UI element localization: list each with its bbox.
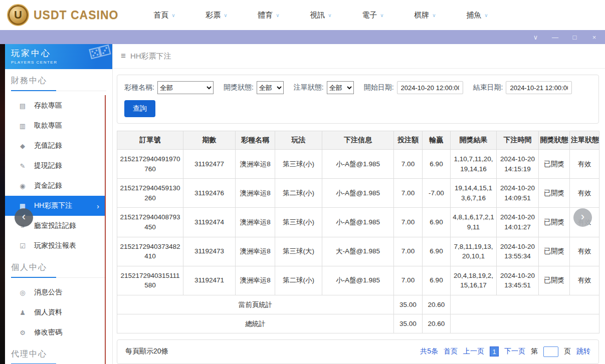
sidebar-item-label: 存款專區 <box>34 101 62 110</box>
start-date-input[interactable] <box>397 81 463 94</box>
col-order-no: 訂單號 <box>117 131 183 150</box>
col-bet-time: 下注時間 <box>497 131 539 150</box>
col-period: 期數 <box>183 131 236 150</box>
bets-table: 訂單號 期數 彩種名稱 玩法 下注信息 投注額 輸贏 開獎結果 下注時間 開獎狀… <box>117 131 599 333</box>
chevron-down-icon: ∨ <box>171 13 175 18</box>
maximize-icon[interactable]: □ <box>571 34 578 41</box>
sidebar-item-withdrawal-record[interactable]: ✎ 提現記錄 <box>5 156 105 176</box>
col-play: 玩法 <box>275 131 322 150</box>
lottery-name-label: 彩種名稱: <box>124 83 154 92</box>
sidebar-item-label: 充值記錄 <box>34 141 62 150</box>
menu-icon[interactable]: ≡ <box>121 51 126 61</box>
search-button[interactable]: 查詢 <box>124 100 155 117</box>
close-icon[interactable]: × <box>590 34 598 41</box>
end-date-label: 結束日期: <box>473 83 503 92</box>
sidebar-item-recharge-record[interactable]: ◆ 充值記錄 <box>5 136 105 156</box>
main-content: ≡ HH彩票下注 彩種名稱: 全部 開獎狀態: 全部 注單狀態: <box>113 44 605 364</box>
next-page-link[interactable]: 下一页 <box>504 347 525 356</box>
nav-item-lottery[interactable]: 彩票 ∨ <box>190 11 243 20</box>
chevron-down-icon: ∨ <box>224 13 227 18</box>
finance-menu: ▤ 存款專區 ▥ 取款專區 ◆ 充值記錄 ✎ 提現記錄 ◉ 資金記錄 <box>5 96 112 256</box>
lottery-name-select[interactable]: 全部 <box>157 81 214 94</box>
cell-bet-time: 2024-10-20 14:09:51 <box>497 179 539 208</box>
prev-page-link[interactable]: 上一页 <box>463 347 484 356</box>
chevron-down-icon: ∨ <box>380 13 383 18</box>
cell-draw-status: 已開獎 <box>539 237 570 266</box>
sidebar-item-announcements[interactable]: ◎ 消息公告 <box>5 282 105 302</box>
cell-draw-status: 已開獎 <box>539 208 570 237</box>
sidebar-item-label: 玩家投注報表 <box>34 241 76 250</box>
summary-amount: 35.00 <box>394 314 423 333</box>
sidebar-item-player-bet-report[interactable]: ☑ 玩家投注報表 <box>5 236 105 256</box>
section-finance-center: 財務中心 <box>11 76 106 91</box>
sidebar-scrollbar[interactable] <box>105 95 106 364</box>
logo[interactable]: U USDT CASINO <box>7 4 123 26</box>
end-date-input[interactable] <box>506 81 572 94</box>
cell-play: 第二球(小) <box>275 266 322 295</box>
nav-item-video[interactable]: 視訊 ∨ <box>295 11 347 20</box>
cell-bet-time: 2024-10-20 13:45:51 <box>497 266 539 295</box>
cell-bet-status: 有效 <box>570 179 599 208</box>
cell-draw-status: 已開獎 <box>539 179 570 208</box>
draw-status-select[interactable]: 全部 <box>257 81 284 94</box>
person-icon: ♟ <box>19 309 27 316</box>
col-draw-status: 開獎狀態 <box>539 131 570 150</box>
cell-result: 19,14,4,15,13,6,7,16 <box>451 179 497 208</box>
carousel-right-arrow[interactable]: › <box>573 208 592 227</box>
cell-bet-info: 小-A盤@1.985 <box>322 179 394 208</box>
carousel-left-arrow[interactable]: ‹ <box>15 208 33 227</box>
minimize-icon[interactable]: — <box>551 34 559 41</box>
section-title-label: 個人中心 <box>11 263 47 271</box>
draw-status-label: 開獎狀態: <box>224 83 254 92</box>
sidebar-item-change-password[interactable]: ⚙ 修改密碼 <box>5 322 105 342</box>
sidebar-item-profile[interactable]: ♟ 個人資料 <box>5 302 105 322</box>
goto-page-input[interactable] <box>543 346 558 357</box>
section-personal-center: 個人中心 <box>11 262 106 278</box>
nav-item-board-games[interactable]: 棋牌 ∨ <box>399 11 451 20</box>
cell-order-no: 2152172940373482410 <box>117 237 183 266</box>
cell-bet-time: 2024-10-20 14:01:27 <box>497 208 539 237</box>
col-bet-info: 下注信息 <box>322 131 394 150</box>
current-page-badge[interactable]: 1 <box>490 346 499 356</box>
pagination-controls: 共5条 首页 上一页 1 下一页 第 页 跳转 <box>420 346 590 357</box>
sidebar-item-funds-record[interactable]: ◉ 資金記錄 <box>5 176 105 196</box>
chevron-down-icon: ∨ <box>484 13 488 18</box>
cell-order-no: 2152172940459130260 <box>117 179 183 208</box>
sidebar-item-deposit-zone[interactable]: ▤ 存款專區 <box>5 96 105 116</box>
sidebar-item-label: 廳室投註記錄 <box>34 221 76 230</box>
first-page-link[interactable]: 首页 <box>444 347 458 356</box>
cell-result: 20,4,18,19,2,15,16,17 <box>451 266 497 295</box>
logo-badge-icon: U <box>7 4 29 26</box>
nav-item-electronic[interactable]: 電子 ∨ <box>347 11 399 20</box>
nav-item-sports[interactable]: 體育 ∨ <box>243 11 295 20</box>
bet-status-select[interactable]: 全部 <box>327 81 354 94</box>
cell-lottery: 澳洲幸运8 <box>236 150 275 179</box>
sidebar-item-withdraw-zone[interactable]: ▥ 取款專區 <box>5 116 105 136</box>
withdrawal-record-icon: ✎ <box>19 162 27 170</box>
nav-item-home[interactable]: 首頁 ∨ <box>138 11 190 20</box>
cell-period: 31192474 <box>183 208 236 237</box>
cell-result: 4,8,1,6,17,2,19,11 <box>451 208 497 237</box>
nav-item-label: 首頁 <box>153 11 168 20</box>
section-title-label: 代理中心 <box>11 349 47 358</box>
cell-period: 31192476 <box>183 179 236 208</box>
sidebar-item-label: 消息公告 <box>34 288 62 297</box>
collapse-icon[interactable]: ∨ <box>532 34 539 41</box>
goto-jump-link[interactable]: 跳转 <box>576 347 590 356</box>
page-size-text: 每頁顯示20條 <box>125 347 168 356</box>
pagination-bar: 每頁顯示20條 共5条 首页 上一页 1 下一页 第 页 跳转 <box>117 339 599 364</box>
chevron-down-icon: ∨ <box>432 13 436 18</box>
cell-result: 1,10,7,11,20,19,14,16 <box>451 150 497 179</box>
cell-amount: 7.00 <box>394 266 423 295</box>
summary-row-current-page: 當前頁統計 35.00 20.60 <box>117 295 599 314</box>
recharge-record-icon: ◆ <box>19 142 27 150</box>
players-center-header: 玩家中心 PLAYERS CENTER ⚄⚂ <box>5 44 112 69</box>
goto-suffix-label: 页 <box>564 347 571 356</box>
summary-amount: 35.00 <box>394 295 423 314</box>
cell-amount: 7.00 <box>394 208 423 237</box>
window-titlebar: ∨ — □ × <box>0 30 605 44</box>
cell-play: 第三球(小) <box>275 150 322 179</box>
section-agent-center: 代理中心 <box>11 349 106 364</box>
filter-row: 彩種名稱: 全部 開獎狀態: 全部 注單狀態: 全部 開始日期: <box>124 81 591 94</box>
nav-item-fishing[interactable]: 捕魚 ∨ <box>451 11 503 20</box>
